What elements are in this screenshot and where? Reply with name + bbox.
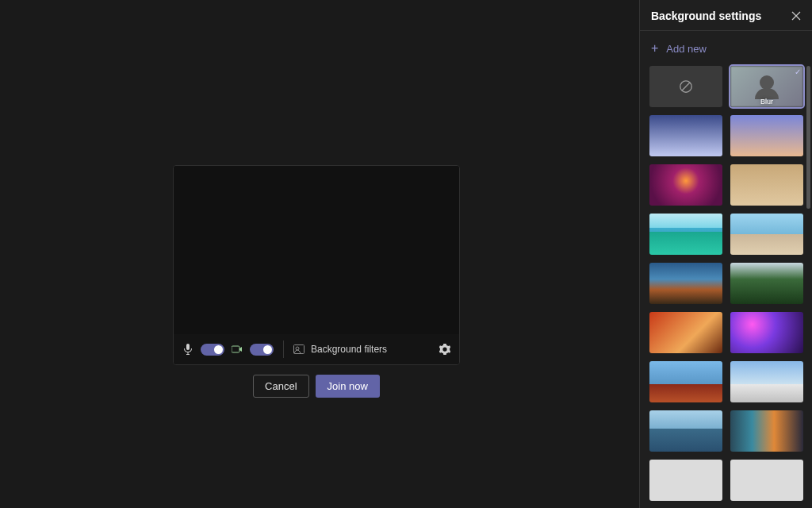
add-new-label: Add new [666,43,707,55]
join-button-row: Cancel Join now [173,375,460,398]
bg-option-image[interactable] [649,164,722,206]
check-icon: ✓ [795,67,801,76]
bg-option-image[interactable] [730,460,803,501]
panel-body: + Add new ✓ Blur [640,31,812,508]
bg-option-image[interactable] [649,312,722,353]
prohibit-icon [679,79,693,94]
bg-option-image[interactable] [649,410,722,452]
add-new-background-button[interactable]: + Add new [649,42,802,55]
bg-option-image[interactable] [649,361,722,402]
bg-option-image[interactable] [730,115,803,156]
bg-option-image[interactable] [649,115,722,156]
bg-option-image[interactable] [649,460,722,501]
mic-icon [182,343,194,356]
bg-filters-button[interactable]: Background filters [311,344,387,355]
close-panel-button[interactable] [791,11,801,21]
panel-title: Background settings [651,10,761,22]
gear-icon [439,344,450,355]
pre-join-main-area: Background filters Cancel Join now [0,0,639,508]
cancel-button[interactable]: Cancel [253,375,308,398]
close-icon [791,11,801,21]
camera-toggle[interactable] [250,344,274,356]
join-now-button[interactable]: Join now [316,375,380,398]
mic-toggle[interactable] [201,344,224,356]
panel-scrollbar[interactable] [806,66,810,209]
plus-icon: + [651,42,658,55]
background-grid: ✓ Blur [649,66,802,501]
camera-preview [174,166,459,334]
camera-preview-card: Background filters [173,165,460,365]
controls-divider [283,341,284,358]
bg-option-image[interactable] [649,214,722,255]
device-settings-button[interactable] [439,343,451,356]
svg-line-4 [682,83,690,90]
bg-option-image[interactable] [730,410,803,452]
bg-option-image[interactable] [649,263,722,304]
svg-rect-0 [232,346,239,352]
bg-option-label: Blur [730,98,803,107]
panel-header: Background settings [640,0,812,31]
bg-option-blur[interactable]: ✓ Blur [730,66,803,107]
background-settings-panel: Background settings + Add new ✓ Blur [639,0,812,508]
bg-option-none[interactable] [649,66,722,107]
bg-option-image[interactable] [730,312,803,353]
bg-option-image[interactable] [730,361,803,402]
bg-filters-icon [293,344,304,354]
camera-icon [231,343,243,356]
bg-option-image[interactable] [730,263,803,304]
svg-point-1 [296,347,299,350]
bg-option-image[interactable] [730,164,803,206]
av-controls-bar: Background filters [174,334,459,364]
bg-option-image[interactable] [730,214,803,255]
